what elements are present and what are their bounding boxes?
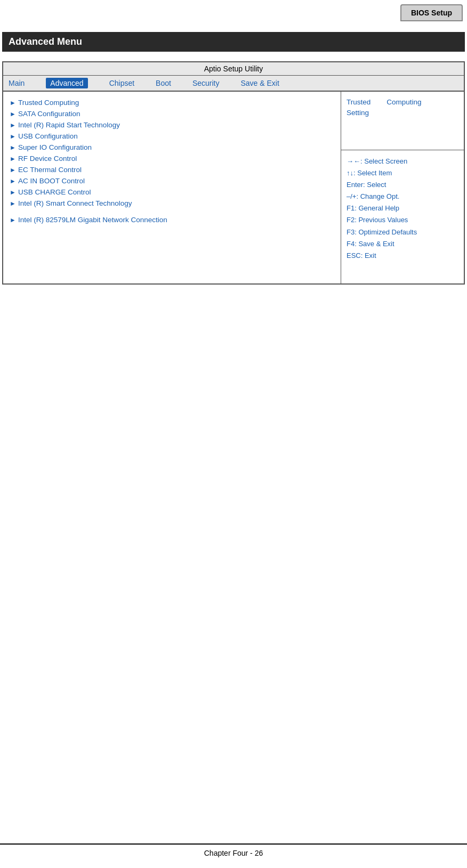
menu-item-super-io[interactable]: ► Super IO Configuration (10, 142, 334, 153)
bios-setup-box: Aptio Setup Utility Main Advanced Chipse… (2, 61, 465, 285)
menu-item-rf-device[interactable]: ► RF Device Control (10, 153, 334, 164)
nav-row: Main Advanced Chipset Boot Security Save… (3, 76, 464, 92)
arrow-icon: ► (10, 166, 16, 174)
menu-item-trusted-computing[interactable]: ► Trusted Computing (10, 97, 334, 108)
help-text: →←: Select Screen ↑↓: Select Item Enter:… (347, 156, 458, 262)
nav-item-advanced[interactable]: Advanced (46, 78, 87, 88)
help-line-1: →←: Select Screen (347, 156, 458, 167)
nav-item-main[interactable]: Main (9, 79, 25, 87)
aptio-header: Aptio Setup Utility (3, 62, 464, 76)
content-area: ► Trusted Computing ► SATA Configuration… (3, 92, 464, 283)
menu-item-ac-in-boot[interactable]: ► AC IN BOOT Control (10, 175, 334, 186)
arrow-icon: ► (10, 121, 16, 129)
arrow-icon: ► (10, 110, 16, 118)
help-line-3: Enter: Select (347, 179, 458, 191)
bios-setup-tab[interactable]: BIOS Setup (400, 4, 463, 21)
arrow-icon: ► (10, 133, 16, 140)
right-top-panel: Trusted ComputingSetting (341, 92, 464, 150)
menu-item-gigabit-network[interactable]: ► Intel (R) 82579LM Gigabit Network Conn… (10, 214, 334, 225)
menu-item-usb-config[interactable]: ► USB Configuration (10, 131, 334, 142)
right-column: Trusted ComputingSetting →←: Select Scre… (341, 92, 464, 283)
nav-item-boot[interactable]: Boot (156, 79, 171, 87)
right-bottom-panel: →←: Select Screen ↑↓: Select Item Enter:… (341, 150, 464, 283)
left-column: ► Trusted Computing ► SATA Configuration… (3, 92, 341, 283)
arrow-icon: ► (10, 200, 16, 207)
help-line-9: ESC: Exit (347, 250, 458, 262)
arrow-icon: ► (10, 155, 16, 163)
menu-item-ec-thermal[interactable]: ► EC Thermal Control (10, 164, 334, 175)
nav-item-security[interactable]: Security (192, 79, 220, 87)
help-line-4: –/+: Change Opt. (347, 191, 458, 202)
arrow-icon: ► (10, 177, 16, 185)
help-line-5: F1: General Help (347, 202, 458, 214)
arrow-icon: ► (10, 216, 16, 224)
arrow-icon: ► (10, 144, 16, 151)
arrow-icon: ► (10, 99, 16, 107)
help-line-7: F3: Optimized Defaults (347, 226, 458, 238)
help-line-2: ↑↓: Select Item (347, 167, 458, 179)
menu-item-sata-config[interactable]: ► SATA Configuration (10, 108, 334, 119)
nav-item-save-exit[interactable]: Save & Exit (241, 79, 279, 87)
menu-item-smart-connect[interactable]: ► Intel (R) Smart Connect Technology (10, 198, 334, 209)
nav-item-chipset[interactable]: Chipset (109, 79, 134, 87)
footer-text: Chapter Four - 26 (0, 843, 467, 857)
help-line-8: F4: Save & Exit (347, 238, 458, 250)
trusted-computing-description: Trusted ComputingSetting (347, 97, 458, 119)
arrow-icon: ► (10, 189, 16, 196)
page-title: Advanced Menu (2, 32, 465, 52)
menu-item-rapid-start[interactable]: ► Intel (R) Rapid Start Technology (10, 119, 334, 131)
menu-item-usb-charge[interactable]: ► USB CHARGE Control (10, 186, 334, 198)
help-line-6: F2: Previous Values (347, 214, 458, 226)
